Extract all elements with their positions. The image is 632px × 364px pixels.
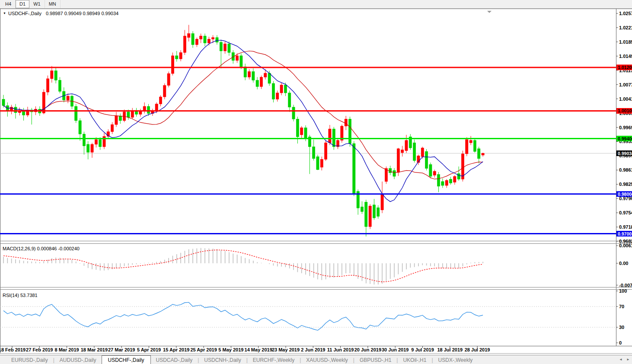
- candle-up: [171, 56, 174, 73]
- timeframe-button-mn[interactable]: MN: [45, 0, 61, 8]
- candle-up: [236, 56, 238, 61]
- svg-text:25 Apr 2019: 25 Apr 2019: [190, 347, 217, 352]
- candle-down: [79, 121, 81, 134]
- candle-up: [179, 53, 182, 59]
- tab-xauusd-weekly[interactable]: XAUUSD-,Weekly: [301, 355, 353, 364]
- candle-up: [397, 149, 399, 172]
- svg-text:2 Jun 2019: 2 Jun 2019: [301, 347, 325, 352]
- candle-down: [252, 72, 255, 80]
- candle-up: [200, 36, 202, 39]
- svg-text:23 May 2019: 23 May 2019: [272, 347, 300, 352]
- mt4-window: H4D1W1MN 1.025701.022101.018501.014901.0…: [0, 0, 632, 364]
- candle-up: [167, 73, 170, 85]
- candle-down: [413, 143, 416, 160]
- tab-scroll-right-arrow[interactable]: ►: [626, 358, 630, 361]
- svg-text:1.02210: 1.02210: [619, 25, 632, 30]
- chart-svg[interactable]: 1.025701.022101.018501.014901.011301.007…: [0, 9, 632, 354]
- candle-down: [204, 36, 206, 43]
- candle-up: [155, 104, 158, 111]
- svg-text:30 Jun 2019: 30 Jun 2019: [382, 347, 409, 352]
- candle-down: [441, 182, 444, 185]
- tab-eurchf-weekly[interactable]: EURCHF-,Weekly: [248, 355, 300, 364]
- tab-eurusd-daily[interactable]: EURUSD-,Daily: [6, 355, 53, 364]
- candle-down: [127, 112, 130, 118]
- chart-frame: [0, 9, 632, 354]
- svg-text:14 May 2019: 14 May 2019: [245, 347, 272, 352]
- chart-canvas[interactable]: 1.025701.022101.018501.014901.011301.007…: [0, 9, 632, 354]
- candle-up: [300, 128, 303, 134]
- time-axis: 18 Feb 201927 Feb 20198 Mar 201918 Mar 2…: [0, 346, 490, 352]
- candle-down: [284, 85, 287, 93]
- candle-down: [313, 147, 315, 158]
- candle-down: [75, 106, 77, 121]
- candle-up: [280, 85, 283, 93]
- candle-down: [244, 67, 246, 77]
- svg-text:1.00106: 1.00106: [618, 108, 632, 113]
- candle-up: [433, 171, 436, 175]
- candle-up: [207, 39, 210, 43]
- tab-scroll-left-arrow[interactable]: ◄: [619, 358, 622, 361]
- candle-up: [421, 148, 424, 156]
- candle-up: [369, 206, 371, 227]
- candle-down: [58, 80, 61, 92]
- svg-text:18 Mar 2019: 18 Mar 2019: [81, 347, 108, 352]
- candle-down: [14, 107, 17, 113]
- tab-audusd-daily[interactable]: AUDUSD-,Daily: [54, 355, 102, 364]
- tab-usdcnh-daily[interactable]: USDCNH-,Daily: [199, 355, 246, 364]
- candle-down: [147, 106, 150, 113]
- candle-up: [466, 140, 468, 154]
- candle-up: [445, 180, 448, 185]
- svg-text:1.01205: 1.01205: [618, 65, 632, 70]
- candle-down: [220, 42, 222, 51]
- candle-up: [139, 111, 142, 114]
- svg-text:0.98250: 0.98250: [619, 182, 632, 187]
- candle-down: [296, 119, 299, 137]
- candle-down: [83, 134, 85, 146]
- candle-down: [176, 56, 178, 59]
- svg-text:0.99690: 0.99690: [619, 125, 632, 130]
- candle-down: [449, 179, 452, 183]
- svg-text:0: 0: [619, 340, 622, 345]
- timeframe-button-w1[interactable]: W1: [29, 0, 45, 8]
- svg-text:27 Mar 2019: 27 Mar 2019: [108, 347, 135, 352]
- candle-down: [87, 144, 89, 152]
- candle-up: [405, 140, 408, 151]
- svg-text:1.01490: 1.01490: [619, 54, 632, 59]
- svg-text:5 May 2019: 5 May 2019: [218, 347, 243, 352]
- candle-down: [373, 205, 375, 218]
- svg-text:0.98610: 0.98610: [619, 167, 632, 172]
- tab-usdx-weekly[interactable]: USDX-,Weekly: [433, 355, 478, 364]
- svg-text:8 Mar 2019: 8 Mar 2019: [54, 347, 79, 352]
- candle-down: [288, 93, 291, 107]
- candle-up: [91, 144, 93, 152]
- candle-down: [99, 140, 102, 147]
- candle-up: [453, 176, 456, 182]
- svg-text:0.97180: 0.97180: [619, 224, 632, 230]
- candle-up: [401, 150, 404, 153]
- svg-text:11 Jun 2019: 11 Jun 2019: [327, 347, 354, 352]
- tab-usdchf-daily[interactable]: USDCHF-,Daily: [102, 355, 151, 364]
- tab-gbpusd-h1[interactable]: GBPUSD-,H1: [354, 355, 396, 364]
- timeframe-button-d1[interactable]: D1: [16, 0, 29, 8]
- candle-up: [345, 119, 347, 126]
- candle-up: [260, 77, 262, 86]
- candle-up: [469, 140, 472, 143]
- candle-down: [348, 119, 351, 144]
- tab-ukoil-h1[interactable]: UKOil-,H1: [398, 355, 431, 364]
- svg-text:15 Apr 2019: 15 Apr 2019: [163, 347, 189, 352]
- candle-down: [389, 169, 392, 173]
- candle-down: [361, 207, 363, 211]
- tab-usdcad-daily[interactable]: USDCAD-,Daily: [151, 355, 198, 364]
- candle-down: [316, 156, 319, 169]
- svg-text:18 Feb 2019: 18 Feb 2019: [0, 347, 26, 352]
- candle-down: [478, 149, 480, 159]
- svg-text:0.99406: 0.99406: [618, 136, 632, 141]
- svg-text:1.00770: 1.00770: [619, 82, 632, 87]
- svg-text:5 Apr 2019: 5 Apr 2019: [137, 347, 161, 352]
- candle-up: [276, 93, 279, 99]
- candle-down: [425, 151, 428, 168]
- svg-text:1.02570: 1.02570: [619, 11, 632, 16]
- candle-up: [159, 97, 162, 104]
- timeframe-button-h4[interactable]: H4: [1, 0, 16, 8]
- svg-text:-0.007612: -0.007612: [619, 283, 632, 288]
